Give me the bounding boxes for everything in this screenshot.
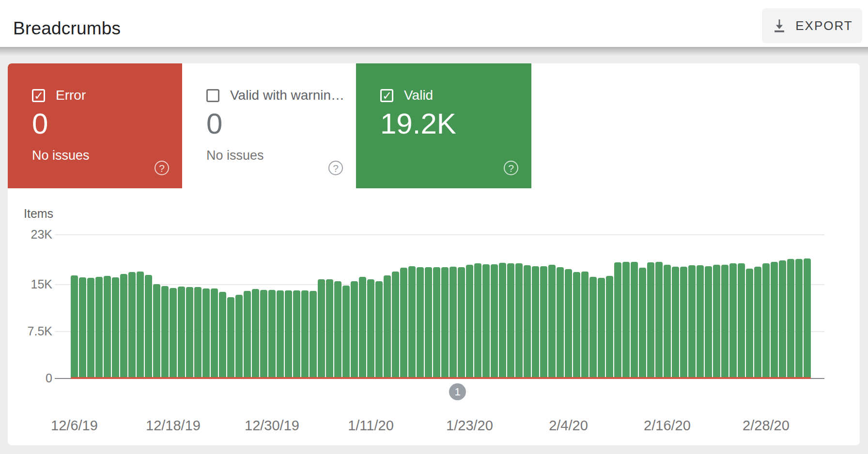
x-tick-label: 12/30/19	[233, 418, 311, 434]
error-count: 0	[32, 108, 48, 140]
valid-bar	[532, 266, 539, 378]
chart-annotation-marker[interactable]: 1	[449, 383, 466, 400]
valid-bar	[647, 262, 654, 378]
valid-bar	[441, 267, 449, 378]
valid-bar	[252, 289, 259, 378]
valid-bar	[417, 267, 424, 378]
valid-bar	[375, 281, 383, 378]
valid-bar	[598, 278, 605, 378]
valid-bar	[211, 288, 218, 378]
error-zero-line	[71, 377, 811, 379]
valid-bar	[120, 274, 127, 378]
valid-bar	[285, 290, 292, 378]
valid-bar	[202, 288, 210, 378]
valid-bar	[729, 263, 737, 378]
valid-bar	[310, 291, 317, 378]
valid-bar	[170, 288, 177, 378]
valid-checkbox[interactable]	[380, 89, 393, 102]
valid-bar	[219, 292, 226, 378]
valid-bar	[71, 275, 78, 378]
valid-bar	[705, 266, 712, 378]
download-icon	[771, 17, 788, 34]
valid-with-warnings-tile-label: Valid with warnin…	[230, 88, 344, 103]
valid-bar	[178, 287, 185, 378]
valid-bar	[664, 265, 671, 378]
valid-with-warnings-status-text: No issues	[206, 148, 264, 163]
valid-bar	[680, 267, 687, 378]
valid-bar	[79, 277, 86, 378]
error-help-icon[interactable]: ?	[155, 161, 169, 175]
valid-bar	[450, 267, 457, 378]
valid-bar	[688, 265, 696, 378]
valid-bar	[795, 259, 803, 378]
export-button[interactable]: EXPORT	[762, 8, 862, 43]
valid-bar	[342, 286, 350, 378]
valid-bar	[227, 297, 234, 378]
valid-bar	[112, 277, 119, 378]
valid-bar	[359, 277, 366, 378]
valid-bar	[754, 267, 761, 378]
valid-bar	[367, 279, 374, 378]
valid-bar	[524, 265, 531, 378]
valid-bar	[466, 265, 473, 378]
valid-bar	[507, 263, 514, 378]
valid-bar	[408, 266, 416, 378]
valid-bar	[482, 264, 490, 378]
y-tick-label: 0	[8, 371, 52, 385]
valid-bar	[293, 290, 300, 378]
valid-bar	[491, 264, 498, 378]
valid-bar	[573, 272, 580, 378]
error-checkbox[interactable]	[32, 89, 45, 102]
valid-bar	[721, 265, 728, 378]
y-tick-label: 15K	[8, 277, 52, 291]
valid-bar	[433, 267, 440, 378]
valid-bar	[301, 290, 309, 378]
valid-bar	[787, 259, 794, 378]
valid-count: 19.2K	[380, 108, 456, 140]
error-tile-label: Error	[56, 88, 86, 103]
valid-bar	[672, 267, 679, 378]
valid-bar	[318, 279, 325, 378]
valid-bar	[137, 272, 144, 378]
export-button-label: EXPORT	[795, 18, 852, 33]
x-tick-label: 12/6/19	[36, 418, 113, 434]
y-axis-title: Items	[24, 207, 53, 221]
valid-bar	[581, 272, 589, 378]
summary-tile-valid-with-warnings[interactable]: Valid with warnin… 0 No issues ?	[182, 63, 356, 188]
valid-bar	[128, 272, 136, 378]
valid-bar	[458, 267, 465, 378]
valid-bar	[244, 291, 251, 378]
valid-tile-label: Valid	[404, 88, 433, 103]
valid-bar	[326, 279, 333, 378]
valid-bar	[277, 290, 284, 378]
summary-tile-error[interactable]: Error 0 No issues ?	[8, 63, 182, 188]
x-tick-label: 1/11/20	[332, 418, 410, 434]
header: Breadcrumbs EXPORT	[0, 0, 868, 47]
valid-bar	[104, 276, 111, 378]
y-tick-label: 23K	[8, 227, 52, 242]
valid-with-warnings-help-icon[interactable]: ?	[328, 161, 343, 175]
valid-bar	[334, 281, 341, 378]
valid-bar	[589, 277, 597, 378]
valid-bar	[606, 276, 613, 378]
x-tick-label: 12/18/19	[135, 418, 212, 434]
valid-bar	[384, 275, 391, 378]
valid-bar	[804, 258, 811, 378]
page-title: Breadcrumbs	[13, 18, 121, 39]
plot-area	[71, 204, 813, 378]
valid-bar	[260, 290, 267, 378]
valid-help-icon[interactable]: ?	[504, 161, 518, 175]
valid-bar	[548, 265, 556, 378]
header-shadow	[0, 47, 868, 56]
valid-bar	[161, 286, 169, 378]
valid-bar	[235, 295, 243, 378]
valid-with-warnings-checkbox[interactable]	[206, 89, 219, 102]
valid-bar	[771, 262, 778, 378]
x-tick-label: 1/23/20	[431, 418, 509, 434]
summary-tile-valid[interactable]: Valid 19.2K ?	[356, 63, 531, 188]
valid-bar	[746, 269, 753, 378]
x-tick-label: 2/4/20	[530, 418, 607, 434]
valid-bar	[557, 267, 564, 378]
x-tick-label: 2/16/20	[629, 418, 706, 434]
valid-bar	[153, 284, 160, 378]
